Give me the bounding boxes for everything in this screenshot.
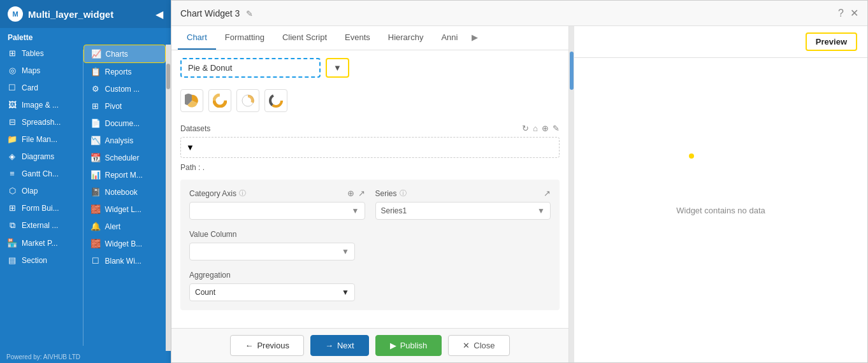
dialog-close-button[interactable]: ✕: [850, 7, 858, 19]
series-arrow-icon[interactable]: ↗: [544, 189, 551, 198]
close-button[interactable]: ✕ Close: [448, 335, 509, 356]
tab-clientscript[interactable]: Client Script: [273, 26, 336, 50]
pivot-icon: ⊞: [90, 101, 101, 111]
sidebar-item-spreadsheet[interactable]: ⊟ Spreadsh...: [0, 113, 83, 131]
main-container: M Multi_layer_widget ◀ Palette ⊞ Tables …: [0, 0, 868, 363]
sidebar-scrollbar[interactable]: [166, 45, 171, 351]
sidebar-item-gantt[interactable]: ≡ Gantt Ch...: [0, 165, 83, 182]
chart-icon-donut1[interactable]: [208, 89, 231, 112]
dialog-scrollbar-thumb[interactable]: [570, 52, 574, 90]
chart-type-select[interactable]: Pie & Donut: [180, 58, 321, 78]
donut-chart-icon-2: [241, 94, 255, 108]
tab-chart[interactable]: Chart: [178, 26, 216, 50]
sidebar-item-notebook[interactable]: 📓 Notebook: [83, 183, 166, 201]
sidebar-item-label: Spreadsh...: [22, 118, 61, 127]
sidebar-item-analysis[interactable]: 📉 Analysis: [83, 132, 166, 149]
path-value: .: [203, 163, 205, 172]
sidebar-item-image[interactable]: 🖼 Image & ...: [0, 96, 83, 113]
publish-button[interactable]: ▶ Publish: [375, 335, 442, 356]
sidebar-item-olap[interactable]: ⬡ Olap: [0, 182, 83, 199]
sidebar-item-card[interactable]: ☐ Card: [0, 79, 83, 96]
series-info-icon: ⓘ: [400, 189, 407, 198]
sidebar-item-pivot[interactable]: ⊞ Pivot: [83, 97, 166, 115]
category-axis-dropdown-arrow: ▼: [352, 206, 359, 215]
reports-icon: 📋: [90, 67, 101, 76]
aggregation-select[interactable]: Count ▼: [189, 283, 355, 301]
tab-formatting[interactable]: Formatting: [216, 26, 273, 50]
form-row-1: Category Axis ⓘ ⊕ ↗ ▼: [189, 189, 551, 220]
sidebar-item-widgetl[interactable]: 🧱 Widget L...: [83, 201, 166, 218]
sidebar-item-charts[interactable]: 📈 Charts: [83, 45, 166, 63]
datasets-add-icon[interactable]: ⊕: [542, 124, 549, 133]
dialog-scrollbar[interactable]: [569, 26, 574, 362]
datasets-expand-arrow[interactable]: ▼: [186, 143, 194, 152]
series-select[interactable]: Series1 ▼: [375, 202, 551, 220]
sidebar-item-diagrams[interactable]: ◈ Diagrams: [0, 148, 83, 165]
tabs-more-button[interactable]: ▶: [467, 26, 483, 50]
app-title: Multi_layer_widget: [28, 9, 150, 20]
sidebar-item-widgetb[interactable]: 🧱 Widget B...: [83, 235, 166, 252]
sidebar-item-external[interactable]: ⧉ External ...: [0, 217, 83, 234]
maps-icon: ◎: [6, 66, 18, 75]
dialog-tabs: Chart Formatting Client Script Events Hi…: [171, 26, 568, 50]
sidebar-item-section[interactable]: ▤ Section: [0, 252, 83, 269]
chart-type-dropdown[interactable]: ▼: [326, 58, 349, 78]
sidebar-item-blankw[interactable]: ☐ Blank Wi...: [83, 252, 166, 269]
dialog-left: Chart Formatting Client Script Events Hi…: [171, 26, 569, 362]
preview-content: Widget contains no data: [574, 58, 867, 362]
image-icon: 🖼: [6, 100, 18, 110]
datasets-edit-icon[interactable]: ✎: [553, 124, 560, 133]
value-column-row: Value Column ▼: [189, 230, 551, 260]
sidebar-scrollbar-thumb[interactable]: [166, 64, 170, 89]
sidebar-item-formbuilder[interactable]: ⊞ Form Bui...: [0, 199, 83, 217]
analysis-icon: 📉: [90, 136, 101, 145]
value-column-select[interactable]: ▼: [189, 243, 355, 260]
sidebar-item-maps[interactable]: ◎ Maps: [0, 62, 83, 79]
aggregation-label-text: Aggregation: [189, 271, 231, 280]
dialog-edit-icon[interactable]: ✎: [246, 9, 253, 18]
series-dropdown-arrow: ▼: [537, 206, 545, 215]
widgetb-icon: 🧱: [90, 239, 101, 248]
sidebar-item-documents[interactable]: 📄 Docume...: [83, 115, 166, 132]
sidebar-item-marketp[interactable]: 🏪 Market P...: [0, 234, 83, 252]
sidebar-item-reportm[interactable]: 📊 Report M...: [83, 166, 166, 183]
gantt-icon: ≡: [6, 169, 18, 178]
dialog-controls: ? ✕: [838, 7, 858, 19]
chart-icon-donut3[interactable]: [264, 89, 287, 112]
card-icon: ☐: [6, 83, 18, 92]
tab-anni[interactable]: Anni: [432, 26, 467, 50]
collapse-button[interactable]: ◀: [156, 8, 163, 20]
previous-button[interactable]: ← Previous: [230, 335, 304, 356]
previous-label: Previous: [257, 341, 289, 350]
tab-events[interactable]: Events: [336, 26, 379, 50]
datasets-refresh-icon[interactable]: ↻: [522, 124, 529, 133]
sidebar-col1: ⊞ Tables ◎ Maps ☐ Card 🖼 Image & ... ⊟: [0, 45, 83, 351]
sidebar: M Multi_layer_widget ◀ Palette ⊞ Tables …: [0, 0, 171, 363]
sidebar-item-label: Image & ...: [22, 101, 59, 110]
chart-type-dropdown-arrow: ▼: [333, 63, 342, 73]
category-axis-select[interactable]: ▼: [189, 202, 365, 220]
datasets-box-inner: ▼: [186, 140, 554, 155]
tab-hierarchy[interactable]: Hierarchy: [379, 26, 433, 50]
aggregation-section: Aggregation Count ▼: [189, 271, 551, 301]
chart-icon-donut2[interactable]: [236, 89, 259, 112]
sidebar-item-custom[interactable]: ⚙ Custom ...: [83, 80, 166, 97]
dialog-title: Chart Widget 3 ✎: [180, 8, 838, 18]
sidebar-item-scheduler[interactable]: 📆 Scheduler: [83, 149, 166, 166]
datasets-label: Datasets ↻ ⌂ ⊕ ✎: [180, 124, 560, 133]
category-axis-add-icon[interactable]: ⊕: [347, 189, 354, 198]
chart-icon-pie[interactable]: [180, 89, 203, 112]
sidebar-item-label: Analysis: [105, 136, 134, 145]
next-button[interactable]: → Next: [310, 335, 369, 356]
dialog-help-button[interactable]: ?: [838, 8, 844, 19]
spreadsheet-icon: ⊟: [6, 117, 18, 127]
preview-button[interactable]: Preview: [806, 32, 857, 51]
aggregation-label: Aggregation: [189, 271, 551, 280]
sidebar-item-filemanager[interactable]: 📁 File Man...: [0, 131, 83, 148]
sidebar-item-reports[interactable]: 📋 Reports: [83, 63, 166, 80]
sidebar-item-alert[interactable]: 🔔 Alert: [83, 218, 166, 235]
sidebar-item-tables[interactable]: ⊞ Tables: [0, 45, 83, 62]
close-label: Close: [474, 341, 495, 350]
category-axis-arrow-icon[interactable]: ↗: [358, 189, 365, 198]
datasets-home-icon[interactable]: ⌂: [533, 124, 538, 133]
